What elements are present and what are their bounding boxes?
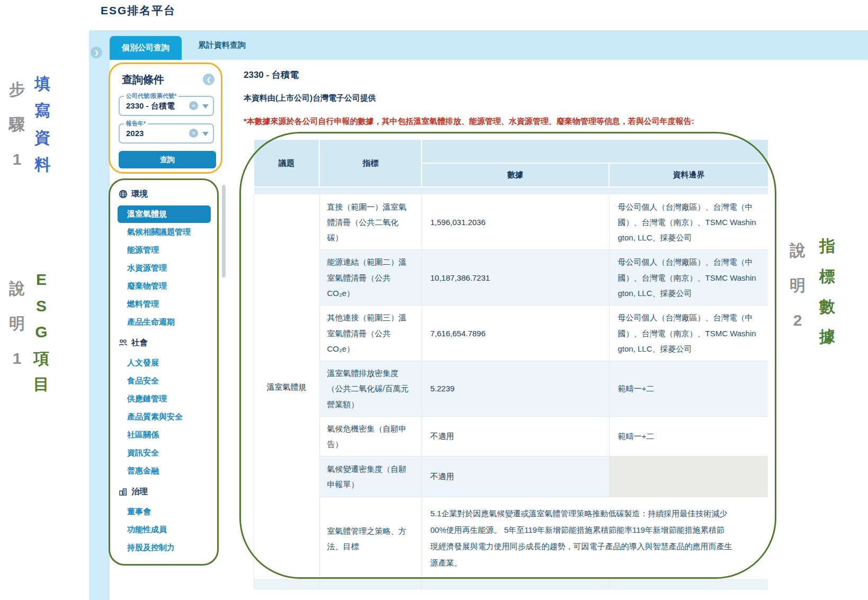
people-icon [119, 338, 128, 347]
sidebar-item-human-development[interactable]: 人文發展 [110, 354, 217, 372]
report-year-select[interactable]: 報告年* 2023 ✕ [119, 123, 214, 144]
table-row: 能源連結（範圍二）溫室氣體清冊（公共CO₂e） 10,187,386.7231 … [254, 250, 768, 306]
sidebar-item-water[interactable]: 水資源管理 [110, 259, 217, 277]
tab-individual-company-query[interactable]: 個別公司查詢 [110, 36, 182, 60]
nav-scrollbar-thumb[interactable] [222, 185, 226, 277]
cell-indicator: 氣候危機密集（自願申告） [319, 416, 422, 456]
clear-icon[interactable]: ✕ [189, 101, 198, 110]
collapsed-panel-strip [89, 60, 110, 600]
nav-section-society: 社會 [110, 332, 217, 354]
sidebar-item-product-lifecycle[interactable]: 產品生命週期 [110, 314, 217, 331]
annotation-note2-desc: 指標數據 [818, 231, 837, 352]
sidebar-item-energy[interactable]: 能源管理 [110, 241, 217, 259]
cell-data: 不適用 [422, 416, 609, 456]
col-header-group [422, 139, 768, 163]
nav-section-environment: 環境 [110, 183, 217, 205]
query-submit-button[interactable]: 查詢 [119, 151, 216, 168]
table-row: 室氣體管理之策略、方法、目標 5.1企業對於因應氣候變遷或溫室氣體管理策略推動低… [254, 497, 768, 580]
table-row-partial [254, 580, 768, 589]
sidebar-item-fuel[interactable]: 燃料管理 [110, 295, 217, 313]
company-code-value: 2330 - 台積電 [126, 97, 175, 115]
provider-note: 本資料由(上市公司)台灣電子公司提供 [244, 93, 376, 103]
company-code-select[interactable]: 公司代號/股票代號* 2330 - 台積電 ✕ [119, 96, 214, 116]
annotation-note2-label: 說明2 [788, 233, 807, 338]
cell-boundary: 母公司個人（台灣廠區）、台灣電（中國）、台灣電（南京）、TSMC Washing… [609, 250, 768, 306]
sidebar-item-inclusive-finance[interactable]: 普惠金融 [110, 462, 217, 480]
table-row: 溫室氣體規 直接（範圍一）溫室氣體清冊（公共二氧化碳） 1,596,031.20… [254, 194, 768, 250]
col-header-boundary: 資料邊界 [609, 163, 768, 187]
table-row: 其他連接（範圍三）溫室氣體清冊（公共CO₂e） 7,616,654.7896 母… [254, 306, 768, 361]
cell-boundary: 範疇一+二 [609, 416, 768, 456]
clear-icon[interactable]: ✕ [189, 129, 198, 138]
data-source-disclaimer: *本數據來源於各公司自行申報的數據，其中包括溫室氣體排放、能源管理、水資源管理、… [244, 117, 694, 127]
report-year-value: 2023 [126, 124, 144, 142]
sidebar-item-infosec[interactable]: 資訊安全 [110, 444, 217, 462]
cell-indicator: 室氣體管理之策略、方法、目標 [319, 497, 422, 580]
cell-indicator: 直接（範圍一）溫室氣體清冊（公共二氧化碳） [319, 194, 422, 250]
cell-data: 10,187,386.7231 [422, 250, 609, 306]
col-header-topic: 議題 [254, 139, 319, 187]
sidebar-item-shareholding-control[interactable]: 持股及控制力 [110, 539, 217, 557]
cell-indicator: 其他連接（範圍三）溫室氣體清冊（公共CO₂e） [319, 306, 422, 361]
chevron-left-icon[interactable]: ❮ [203, 74, 214, 85]
cell-boundary: 範疇一+二 [609, 361, 768, 417]
nav-section-governance: 治理 [110, 480, 217, 503]
col-header-data: 數據 [422, 163, 609, 187]
query-panel-title: 查詢條件 [122, 73, 164, 87]
sidebar-item-functional-members[interactable]: 功能性成員 [110, 521, 217, 539]
annotation-note1-label: 說明1 [7, 271, 26, 376]
nav-section-label: 環境 [131, 189, 148, 200]
cell-boundary-empty [609, 456, 768, 497]
cell-indicator: 氣候變遷密集度（自願申報單） [319, 456, 422, 497]
cell-data: 1,596,031.2036 [422, 194, 609, 250]
sidebar-item-board[interactable]: 董事會 [110, 503, 217, 521]
nav-section-label: 治理 [131, 486, 148, 497]
sidebar-item-product-quality-safety[interactable]: 產品質素與安全 [110, 408, 217, 426]
cell-topic: 溫室氣體規 [254, 194, 319, 580]
sidebar-item-community[interactable]: 社區關係 [110, 426, 217, 444]
annotation-step1-desc: 填寫資料 [33, 70, 52, 178]
esg-category-nav: 環境 溫室氣體規 氣候相關議題管理 能源管理 水資源管理 廢棄物管理 燃料管理 … [109, 178, 219, 566]
annotation-step1-label: 步驟1 [7, 72, 26, 177]
query-conditions-panel: 查詢條件 ❮ 公司代號/股票代號* 2330 - 台積電 ✕ 報告年* 2023… [109, 62, 222, 174]
table-spacer-row [254, 187, 768, 194]
company-title: 2330 - 台積電 [244, 69, 299, 81]
globe-icon [119, 190, 128, 199]
annotation-note1-desc: ESG項目 [32, 266, 51, 398]
cell-indicator: 能源連結（範圍二）溫室氣體清冊（公共CO₂e） [319, 250, 422, 306]
cell-data: 不適用 [422, 456, 609, 497]
sidebar-item-climate-issues[interactable]: 氣候相關議題管理 [110, 223, 217, 241]
table-row: 氣候變遷密集度（自願申報單） 不適用 [254, 456, 768, 497]
chevron-right-icon[interactable]: ❯ [91, 47, 102, 58]
sidebar-item-supply-chain[interactable]: 供應鏈管理 [110, 390, 217, 408]
building-icon [119, 487, 128, 496]
sidebar-item-ghg[interactable]: 溫室氣體規 [118, 205, 211, 223]
esg-data-table: 議題 指標 數據 資料邊界 溫室氣體規 直接（範圍一）溫室氣體清冊（公共二氧化碳… [253, 139, 768, 589]
sidebar-item-waste[interactable]: 廢棄物管理 [110, 277, 217, 295]
cell-data: 7,616,654.7896 [422, 306, 609, 361]
nav-section-label: 社會 [131, 337, 148, 348]
chevron-down-icon[interactable] [202, 104, 209, 109]
chevron-down-icon[interactable] [202, 132, 209, 136]
cell-data: 5.2239 [422, 361, 609, 417]
tab-cumulative-data-query[interactable]: 累計資料查詢 [191, 30, 253, 60]
cell-boundary: 母公司個人（台灣廠區）、台灣電（中國）、台灣電（南京）、TSMC Washing… [609, 194, 768, 250]
col-header-indicator: 指標 [319, 139, 422, 187]
sidebar-item-food-safety[interactable]: 食品安全 [110, 372, 217, 390]
table-row: 氣候危機密集（自願申告） 不適用 範疇一+二 [254, 416, 768, 456]
cell-boundary: 母公司個人（台灣廠區）、台灣電（中國）、台灣電（南京）、TSMC Washing… [609, 306, 768, 361]
page-title: ESG排名平台 [101, 3, 176, 18]
cell-strategy-text: 5.1企業對於因應氣候變遷或溫室氣體管理策略推動低碳製造：持續採用最佳技術減少 … [422, 497, 768, 580]
tab-bar: 個別公司查詢 累計資料查詢 [89, 30, 868, 60]
cell-indicator: 溫室氣體排放密集度（公共二氧化碳/百萬元營業額） [319, 361, 422, 417]
table-header-row: 議題 指標 [254, 139, 768, 163]
table-row: 溫室氣體排放密集度（公共二氧化碳/百萬元營業額） 5.2239 範疇一+二 [254, 361, 768, 417]
